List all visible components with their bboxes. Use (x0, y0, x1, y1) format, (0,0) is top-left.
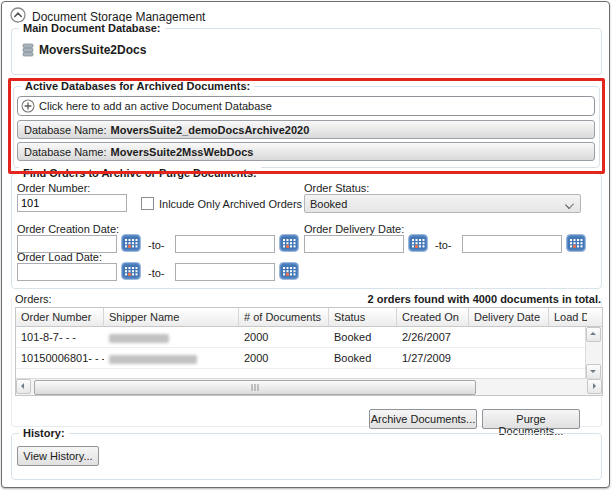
range-separator: -to- (148, 267, 165, 279)
triangle-left-icon (18, 383, 24, 389)
delivery-date-to-input[interactable] (462, 235, 562, 253)
chevron-down-icon (565, 200, 574, 209)
order-number-label: Order Number: (17, 182, 90, 194)
order-status-value: Booked (310, 198, 347, 210)
triangle-right-icon (593, 383, 599, 389)
range-separator: -to- (148, 239, 165, 251)
cell-order-number: 101-8-7- - - (16, 327, 104, 347)
scroll-down-button[interactable] (586, 364, 601, 379)
load-date-from-input[interactable] (17, 263, 117, 281)
cell-created-on: 1/27/2009 (397, 348, 469, 368)
database-name-value: MoversSuite2_demoDocsArchive2020 (111, 124, 310, 136)
table-row[interactable]: 10150006801- - - 2000 Booked 1/27/2009 (16, 348, 602, 369)
delivery-date-from-input[interactable] (304, 235, 404, 253)
main-database-name: MoversSuite2Docs (39, 43, 146, 57)
order-status-dropdown[interactable]: Booked (304, 194, 581, 213)
order-status-label: Order Status: (304, 182, 369, 194)
delivery-date-label: Order Delivery Date: (304, 223, 404, 235)
archived-database-item[interactable]: Database Name: MoversSuite2_demoDocsArch… (17, 120, 595, 139)
calendar-icon[interactable] (279, 234, 299, 252)
add-database-label: Click here to add an active Document Dat… (39, 100, 272, 112)
main-database-label: Main Document Database: (19, 22, 165, 34)
include-archived-label: Inlcude Only Archived Orders (159, 198, 302, 210)
calendar-icon[interactable] (279, 262, 299, 280)
scrollbar-thumb[interactable] (34, 380, 476, 395)
column-header-documents[interactable]: # of Documents (239, 308, 329, 326)
include-archived-checkbox[interactable] (141, 197, 154, 210)
calendar-icon[interactable] (408, 234, 428, 252)
calendar-icon[interactable] (566, 234, 586, 252)
orders-table-header: Order Number Shipper Name # of Documents… (16, 308, 602, 327)
add-database-button[interactable]: Click here to add an active Document Dat… (17, 96, 595, 116)
creation-date-label: Order Creation Date: (17, 223, 119, 235)
calendar-icon[interactable] (121, 234, 141, 252)
calendar-icon[interactable] (121, 262, 141, 280)
database-icon (21, 43, 35, 59)
redacted-shipper-name (109, 355, 197, 364)
triangle-up-icon (590, 329, 596, 335)
range-separator: -to- (435, 239, 452, 251)
cell-created-on: 2/26/2007 (397, 327, 469, 347)
orders-table: Order Number Shipper Name # of Documents… (15, 307, 603, 396)
order-number-input[interactable] (17, 194, 127, 212)
collapse-button[interactable] (10, 7, 26, 23)
scroll-left-button[interactable] (16, 379, 31, 394)
grip-icon (252, 384, 259, 391)
orders-label: Orders: (15, 293, 55, 305)
redacted-shipper-name (109, 334, 169, 343)
cell-shipper-name (104, 327, 239, 347)
history-label: History: (19, 427, 69, 439)
purge-documents-button[interactable]: Purge Documents... (482, 409, 580, 429)
cell-documents: 2000 (239, 348, 329, 368)
scroll-right-button[interactable] (587, 379, 602, 394)
document-storage-management-panel: Document Storage Management Main Documen… (1, 1, 610, 488)
archived-databases-label: Active Databases for Archived Documents: (21, 80, 254, 92)
column-header-order-number[interactable]: Order Number (16, 308, 104, 326)
cell-delivery-date (469, 348, 549, 368)
column-header-shipper-name[interactable]: Shipper Name (104, 308, 239, 326)
database-name-prefix: Database Name: (24, 124, 107, 136)
column-header-created-on[interactable]: Created On (397, 308, 469, 326)
cell-status: Booked (329, 348, 397, 368)
find-orders-label: Find Orders to Archive or Purge Document… (19, 167, 261, 179)
vertical-scrollbar[interactable] (585, 327, 602, 379)
archived-database-item[interactable]: Database Name: MoversSuite2MssWebDocs (17, 142, 595, 161)
scroll-up-button[interactable] (586, 327, 601, 342)
view-history-button[interactable]: View History... (17, 446, 99, 466)
chevron-up-icon (10, 7, 26, 23)
table-row[interactable]: 101-8-7- - - 2000 Booked 2/26/2007 (16, 327, 602, 348)
cell-load-date (549, 327, 587, 347)
column-header-delivery-date[interactable]: Delivery Date (469, 308, 549, 326)
triangle-down-icon (590, 370, 596, 376)
column-header-status[interactable]: Status (329, 308, 397, 326)
cell-shipper-name (104, 348, 239, 368)
history-groupbox (11, 433, 602, 480)
horizontal-scrollbar[interactable] (16, 378, 602, 395)
cell-delivery-date (469, 327, 549, 347)
archive-documents-button[interactable]: Archive Documents... (369, 409, 477, 429)
cell-status: Booked (329, 327, 397, 347)
column-header-load-date[interactable]: Load Date (549, 308, 587, 326)
load-date-label: Order Load Date: (17, 251, 102, 263)
cell-documents: 2000 (239, 327, 329, 347)
plus-icon (21, 99, 35, 113)
load-date-to-input[interactable] (175, 263, 275, 281)
cell-load-date (549, 348, 587, 368)
creation-date-to-input[interactable] (175, 235, 275, 253)
cell-order-number: 10150006801- - - (16, 348, 104, 368)
orders-summary: 2 orders found with 4000 documents in to… (365, 293, 601, 305)
database-name-prefix: Database Name: (24, 146, 107, 158)
database-name-value: MoversSuite2MssWebDocs (111, 146, 254, 158)
